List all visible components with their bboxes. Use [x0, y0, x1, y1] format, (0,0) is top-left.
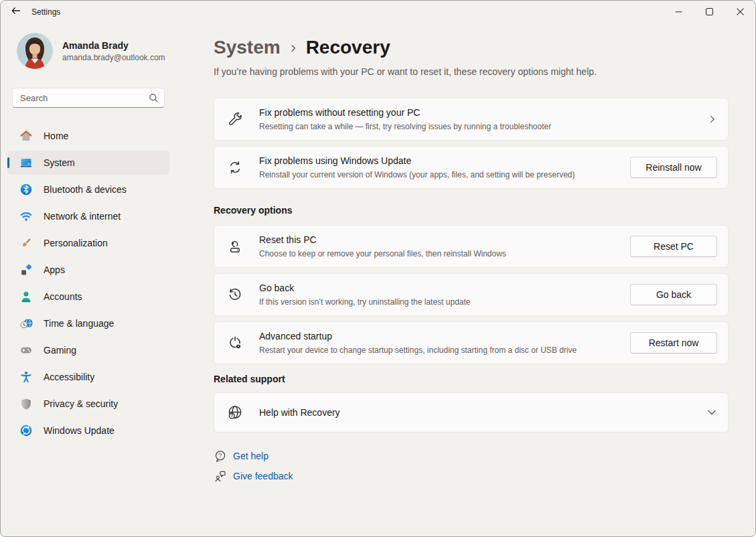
svg-text:?: ? — [219, 452, 222, 459]
footer-links: ? Get help Giv — [214, 450, 729, 482]
svg-text:?: ? — [230, 413, 233, 418]
user-name: Amanda Brady — [62, 40, 165, 51]
window-title: Settings — [31, 7, 60, 17]
minimize-icon — [675, 6, 682, 18]
card-fix-without-reset[interactable]: Fix problems without resetting your PC R… — [214, 98, 729, 141]
main-panel: System Recovery If you’re having problem… — [176, 23, 755, 536]
sidebar-item-bluetooth-devices[interactable]: Bluetooth & devices — [7, 177, 169, 202]
globe-question-icon: ? — [226, 404, 244, 421]
help-bubble-icon: ? — [214, 450, 227, 462]
chevron-down-icon — [706, 407, 717, 418]
restart-now-button[interactable]: Restart now — [630, 332, 717, 354]
person-icon — [19, 290, 33, 303]
maximize-icon — [706, 6, 713, 18]
sidebar-nav: Home System — [7, 124, 169, 445]
home-icon — [19, 129, 33, 143]
settings-window: Settings — [0, 0, 756, 537]
search-input[interactable] — [13, 88, 164, 107]
sidebar: Amanda Brady amanda.brady@outlook.com — [1, 23, 176, 536]
page-title: Recovery — [306, 35, 390, 60]
sidebar-item-apps[interactable]: Apps — [7, 258, 169, 282]
history-clock-icon — [226, 287, 244, 303]
sidebar-item-privacy-security[interactable]: Privacy & security — [7, 392, 169, 416]
back-arrow-icon — [11, 5, 21, 19]
breadcrumb: System Recovery — [214, 35, 729, 60]
power-gear-icon — [226, 335, 244, 351]
shield-icon — [19, 397, 33, 410]
breadcrumb-system[interactable]: System — [214, 35, 281, 60]
sidebar-item-gaming[interactable]: Gaming — [7, 338, 169, 362]
sidebar-item-home[interactable]: Home — [7, 124, 169, 148]
go-back-button[interactable]: Go back — [630, 284, 717, 305]
wrench-icon — [226, 111, 244, 127]
section-recovery-options: Recovery options — [214, 204, 729, 217]
reset-pc-icon — [226, 238, 244, 254]
reinstall-now-button[interactable]: Reinstall now — [630, 157, 717, 178]
card-fix-windows-update: Fix problems using Windows Update Reinst… — [214, 146, 729, 189]
breadcrumb-chevron-icon — [289, 44, 298, 53]
sidebar-item-accounts[interactable]: Accounts — [7, 285, 169, 309]
sidebar-item-accessibility[interactable]: Accessibility — [7, 365, 169, 389]
sidebar-item-time-language[interactable]: Time & language — [7, 311, 169, 335]
section-related-support: Related support — [214, 372, 729, 386]
wifi-icon — [19, 210, 33, 223]
maximize-button[interactable] — [694, 1, 725, 23]
apps-icon — [19, 263, 33, 277]
close-button[interactable] — [725, 1, 755, 23]
user-email: amanda.brady@outlook.com — [62, 53, 165, 62]
titlebar: Settings — [1, 1, 755, 23]
clock-globe-icon — [19, 317, 33, 330]
sidebar-item-system[interactable]: System — [7, 151, 169, 175]
page-subtitle: If you’re having problems with your PC o… — [214, 65, 729, 78]
close-icon — [737, 6, 744, 18]
get-help-link[interactable]: ? Get help — [214, 450, 269, 462]
avatar — [17, 33, 53, 69]
feedback-icon — [214, 470, 227, 482]
reset-pc-button[interactable]: Reset PC — [630, 236, 717, 257]
sync-icon — [226, 159, 244, 175]
update-icon — [19, 424, 33, 437]
chevron-right-icon — [708, 114, 717, 124]
card-go-back: Go back If this version isn’t working, t… — [214, 273, 729, 316]
accessibility-icon — [19, 370, 33, 384]
bluetooth-icon — [19, 183, 33, 196]
card-reset-this-pc: Reset this PC Choose to keep or remove y… — [214, 225, 729, 268]
card-advanced-startup: Advanced startup Restart your device to … — [214, 321, 729, 364]
minimize-button[interactable] — [663, 1, 694, 23]
account-profile[interactable]: Amanda Brady amanda.brady@outlook.com — [17, 33, 176, 69]
sidebar-item-personalization[interactable]: Personalization — [7, 231, 169, 255]
give-feedback-link[interactable]: Give feedback — [214, 470, 293, 482]
paintbrush-icon — [19, 236, 33, 250]
system-icon — [19, 156, 33, 169]
gamepad-icon — [19, 343, 33, 357]
back-button[interactable] — [5, 3, 27, 21]
sidebar-item-windows-update[interactable]: Windows Update — [7, 418, 169, 443]
search-box — [12, 88, 165, 108]
card-help-with-recovery[interactable]: ? Help with Recovery — [214, 392, 729, 433]
search-icon — [149, 93, 159, 106]
sidebar-item-network-internet[interactable]: Network & internet — [7, 204, 169, 228]
